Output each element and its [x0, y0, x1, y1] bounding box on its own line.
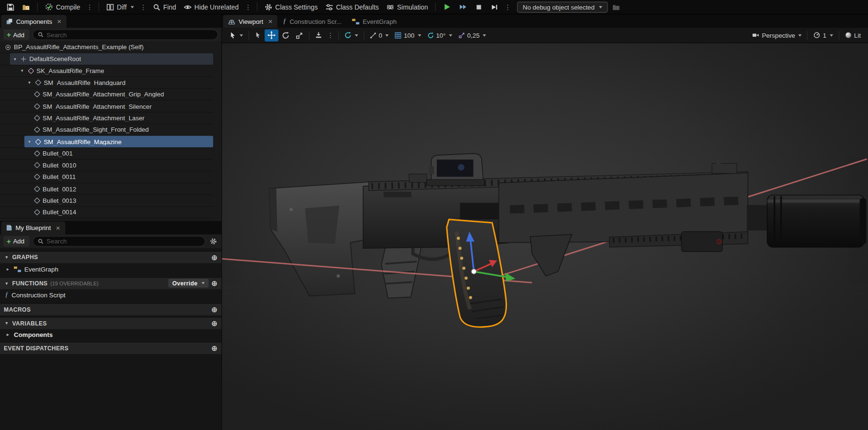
- rotation-snap-dropdown[interactable]: 10°: [424, 29, 455, 42]
- tree-row[interactable]: Bullet_0011: [0, 171, 213, 183]
- add-event-dispatcher-button[interactable]: ⊕: [211, 345, 217, 352]
- tab-my-blueprint[interactable]: My Blueprint ×: [1, 221, 65, 234]
- plus-icon: +: [7, 31, 11, 38]
- tree-row[interactable]: Bullet_0012: [0, 183, 213, 195]
- variables-section-header[interactable]: ▾ VARIABLES ⊕: [0, 317, 221, 329]
- main-dock: Viewport × ƒ Construction Scr... EventGr…: [222, 14, 868, 430]
- expand-arrow-icon[interactable]: ▾: [4, 281, 10, 285]
- tree-row[interactable]: ▾SM_AssaultRifle_Handguard: [0, 77, 213, 89]
- expand-arrow-icon[interactable]: ▾: [20, 68, 25, 73]
- view-mode-dropdown[interactable]: Lit: [842, 29, 863, 42]
- add-new-button[interactable]: + Add: [3, 236, 30, 246]
- functions-section-header[interactable]: ▾ FUNCTIONS (19 OVERRIDABLE) Override ⊕: [0, 277, 221, 289]
- tree-row[interactable]: Bullet_0014: [0, 207, 213, 219]
- tree-row[interactable]: SM_AssaultRifle_Attachment_Grip_Angled: [0, 89, 213, 101]
- chevron-down-icon: [599, 6, 602, 8]
- play-options-kebab-icon[interactable]: ⋮: [503, 3, 513, 10]
- coordinate-space-dropdown[interactable]: [341, 29, 361, 42]
- tree-row[interactable]: ▾SK_AssaultRifle_Frame: [0, 65, 213, 77]
- class-defaults-button[interactable]: Class Defaults: [322, 0, 382, 14]
- override-dropdown[interactable]: Override: [168, 279, 208, 288]
- tree-row[interactable]: SM_AssaultRifle_Attachment_Laser: [0, 112, 213, 124]
- components-category-row[interactable]: ▸ Components: [0, 329, 221, 340]
- debug-object-dropdown[interactable]: No debug object selected: [517, 1, 608, 12]
- hide-unrelated-button[interactable]: Hide Unrelated: [181, 0, 242, 14]
- move-tool-button[interactable]: [265, 29, 279, 42]
- find-button[interactable]: Find: [149, 0, 179, 14]
- diff-button[interactable]: Diff: [103, 0, 137, 14]
- play-button[interactable]: [440, 0, 455, 14]
- expand-arrow-icon[interactable]: ▸: [5, 266, 10, 271]
- tree-row-selected[interactable]: ▾SM_AssaultRifle_Magazine: [0, 136, 213, 148]
- hide-unrelated-kebab-icon[interactable]: ⋮: [243, 3, 253, 10]
- expand-arrow-icon[interactable]: ▸: [5, 332, 10, 336]
- tab-viewport[interactable]: Viewport ×: [223, 15, 278, 28]
- surface-snap-angle-dropdown[interactable]: 0: [367, 29, 392, 42]
- class-settings-button[interactable]: Class Settings: [261, 0, 321, 14]
- rotate-tool-button[interactable]: [279, 29, 292, 42]
- snap-options-kebab-icon[interactable]: ⋮: [325, 31, 335, 39]
- event-graph-row[interactable]: ▸ EventGraph: [0, 263, 221, 275]
- world-space-cycle-icon: [344, 31, 351, 39]
- browse-to-asset-button[interactable]: [19, 0, 33, 14]
- close-icon[interactable]: ×: [268, 18, 272, 25]
- add-macro-button[interactable]: ⊕: [211, 305, 217, 313]
- tree-row[interactable]: Bullet_001: [0, 148, 213, 160]
- save-icon: [7, 3, 14, 10]
- scale-snap-icon: [458, 32, 465, 39]
- add-component-button[interactable]: + Add: [3, 30, 30, 40]
- component-label: Bullet_0012: [42, 186, 76, 192]
- tab-label: Construction Scr...: [289, 18, 341, 25]
- tree-row[interactable]: Bullet_0013: [0, 195, 213, 207]
- graphs-section-header[interactable]: ▾ GRAPHS ⊕: [0, 251, 221, 263]
- tree-row[interactable]: SM_AssaultRifle_Attachment_Silencer: [0, 101, 213, 113]
- surface-snapping-button[interactable]: [312, 29, 325, 42]
- view-options-gear-icon[interactable]: [209, 238, 218, 245]
- rotation-snap-icon: [427, 32, 434, 39]
- gizmo-center-handle[interactable]: [471, 269, 476, 274]
- my-blueprint-search-input[interactable]: [47, 238, 201, 244]
- scale-tool-button[interactable]: [293, 29, 306, 42]
- assault-rifle-model[interactable]: [269, 154, 866, 298]
- camera-speed-dropdown[interactable]: 1: [811, 29, 836, 42]
- frame-skip-button[interactable]: [456, 0, 471, 14]
- expand-arrow-icon[interactable]: ▾: [4, 321, 10, 325]
- tree-row[interactable]: SM_AssaultRifle_Sight_Front_Folded: [0, 124, 213, 136]
- tree-row[interactable]: ▾DefaultSceneRoot: [0, 53, 213, 65]
- expand-arrow-icon[interactable]: ▾: [4, 255, 10, 260]
- editor-mode-dropdown[interactable]: [227, 29, 246, 42]
- perspective-dropdown[interactable]: Perspective: [749, 29, 805, 42]
- expand-arrow-icon[interactable]: ▾: [27, 80, 32, 85]
- close-icon[interactable]: ×: [57, 18, 62, 25]
- chevron-down-icon: [131, 6, 134, 8]
- close-icon[interactable]: ×: [56, 224, 60, 231]
- static-mesh-icon: [34, 174, 40, 180]
- skip-to-end-button[interactable]: [487, 0, 502, 14]
- components-search-input[interactable]: [47, 31, 213, 38]
- construction-script-row[interactable]: ƒ Construction Script: [0, 289, 221, 302]
- save-button[interactable]: [3, 0, 18, 14]
- grid-snap-icon: [395, 32, 402, 39]
- diff-options-kebab-icon[interactable]: ⋮: [138, 3, 148, 10]
- stop-button[interactable]: [472, 0, 486, 14]
- compile-options-kebab-icon[interactable]: ⋮: [85, 3, 95, 10]
- tab-event-graph[interactable]: EventGraph: [347, 15, 402, 28]
- tree-row[interactable]: Bullet_0010: [0, 159, 213, 171]
- add-function-button[interactable]: ⊕: [211, 280, 217, 287]
- event-dispatchers-section-header[interactable]: EVENT DISPATCHERS ⊕: [0, 342, 221, 354]
- simulation-button[interactable]: Simulation: [383, 0, 432, 14]
- tab-components[interactable]: Components ×: [1, 15, 66, 28]
- scale-snap-dropdown[interactable]: 0,25: [455, 29, 489, 42]
- select-tool-button[interactable]: [252, 29, 264, 42]
- add-variable-button[interactable]: ⊕: [211, 319, 217, 326]
- macros-section-header[interactable]: MACROS ⊕: [0, 303, 221, 315]
- grid-snap-dropdown[interactable]: 100: [392, 29, 424, 42]
- browse-debug-object-button[interactable]: [609, 0, 623, 14]
- tree-row[interactable]: BP_AssaultRifle_Attachments_Example (Sel…: [0, 42, 213, 53]
- expand-arrow-icon[interactable]: ▾: [12, 56, 18, 61]
- viewport-canvas[interactable]: [222, 43, 868, 430]
- add-graph-button[interactable]: ⊕: [211, 253, 217, 261]
- expand-arrow-icon[interactable]: ▾: [27, 139, 32, 144]
- compile-button[interactable]: Compile: [41, 0, 83, 14]
- tab-construction-script[interactable]: ƒ Construction Scr...: [278, 15, 347, 28]
